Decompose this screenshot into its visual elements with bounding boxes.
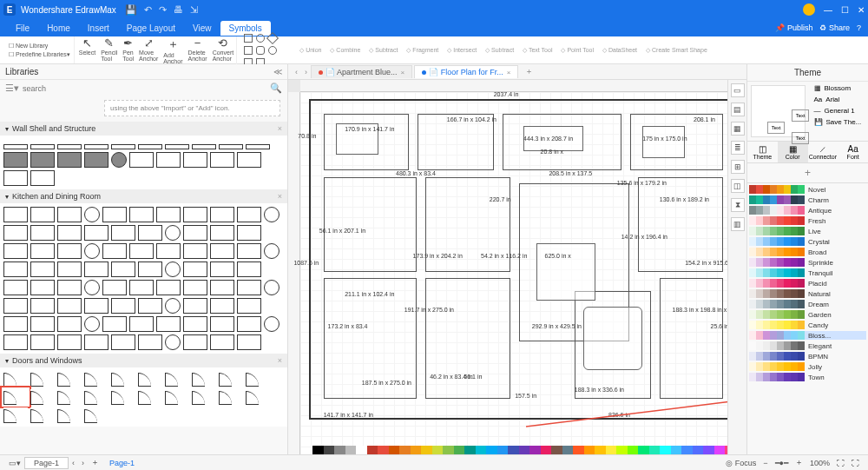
palette-row[interactable]: Bloss... — [749, 331, 866, 340]
shape-item[interactable] — [183, 298, 207, 314]
predefine-libraries-button[interactable]: ☐ Predefine Libraries▾ — [9, 51, 70, 58]
rt-pageset-icon[interactable]: ▤ — [731, 103, 745, 116]
shape-item[interactable] — [183, 316, 207, 332]
shape-item[interactable] — [219, 371, 243, 387]
close-icon[interactable]: ✕ — [858, 5, 865, 15]
page-tab[interactable]: Page-1 — [24, 457, 69, 469]
search-input[interactable] — [23, 84, 266, 93]
shape-item[interactable] — [30, 207, 55, 222]
color-swatch[interactable] — [432, 446, 444, 454]
color-swatch[interactable] — [606, 446, 617, 454]
color-swatch[interactable] — [519, 446, 530, 454]
rt-more-icon[interactable]: ▥ — [731, 217, 745, 231]
color-swatch[interactable] — [703, 446, 714, 454]
shape-item[interactable] — [156, 280, 181, 295]
rt-graph-icon[interactable]: ◫ — [731, 179, 745, 193]
shape-item[interactable] — [84, 261, 108, 277]
section-wall-structure[interactable]: Wall Shell and Structure× — [0, 122, 287, 136]
shape-item[interactable] — [3, 389, 28, 405]
section-kitchen[interactable]: Kitchen and Dining Room× — [0, 189, 287, 203]
focus-button[interactable]: ◎ Focus — [722, 459, 760, 467]
color-swatch[interactable] — [693, 446, 704, 454]
shape-item[interactable] — [165, 371, 189, 387]
shape-item[interactable] — [138, 298, 162, 314]
minimize-icon[interactable]: — — [824, 5, 832, 15]
color-swatch[interactable] — [378, 446, 389, 454]
rt-timeline-icon[interactable]: ⧗ — [731, 198, 745, 212]
shape-item[interactable] — [111, 144, 135, 149]
shape-item[interactable] — [84, 298, 108, 314]
shape-item[interactable] — [3, 261, 28, 277]
palette-row[interactable]: Sprinkle — [749, 258, 866, 267]
shape-item[interactable] — [84, 144, 108, 149]
floorplan[interactable]: 2037.4 in170.9 in x 141.7 in166.7 in x 1… — [309, 99, 738, 420]
shape-item[interactable] — [138, 389, 162, 405]
shape-item[interactable] — [183, 334, 207, 350]
color-swatch[interactable] — [367, 446, 378, 454]
pencil-tool[interactable]: ✎PencilTool — [98, 36, 120, 64]
theme-option-arial[interactable]: AaArial — [812, 95, 865, 104]
palette-row[interactable]: BPMN — [749, 352, 866, 361]
shape-item[interactable] — [192, 389, 216, 405]
fit-page-icon[interactable]: ⛶ — [833, 459, 848, 467]
shape-item[interactable] — [3, 144, 28, 149]
shape-item[interactable] — [210, 225, 234, 241]
menu-page-layout[interactable]: Page Layout — [118, 21, 184, 36]
shape-item[interactable] — [111, 225, 135, 241]
shape-item[interactable] — [237, 280, 261, 295]
shape-item[interactable] — [3, 298, 28, 314]
shape-item[interactable] — [30, 316, 55, 332]
shape-item[interactable] — [3, 207, 28, 222]
page-next-icon[interactable]: › — [78, 459, 88, 467]
shape-item[interactable] — [84, 371, 108, 387]
rt-layer-icon[interactable]: ≣ — [731, 141, 745, 155]
color-swatch[interactable] — [562, 446, 574, 454]
shape-item[interactable] — [210, 152, 234, 168]
shape-item[interactable] — [30, 298, 55, 314]
shape-item[interactable] — [237, 334, 261, 350]
shape-item[interactable] — [165, 298, 181, 314]
shape-item[interactable] — [138, 261, 162, 277]
shape-item[interactable] — [210, 298, 234, 314]
shape-item[interactable] — [111, 389, 135, 405]
new-library-button[interactable]: ☐ New Library — [9, 43, 48, 50]
rt-image-icon[interactable]: ▦ — [731, 122, 745, 136]
shape-item[interactable] — [57, 261, 82, 277]
shape-item[interactable] — [165, 389, 189, 405]
select[interactable]: ↖Select — [76, 36, 98, 64]
color-swatch[interactable] — [628, 446, 639, 454]
shape-item[interactable] — [129, 152, 154, 168]
color-swatch[interactable] — [389, 446, 400, 454]
shape-item[interactable] — [237, 207, 261, 222]
shape-item[interactable] — [237, 225, 261, 241]
shape-item[interactable] — [102, 316, 127, 332]
color-swatch[interactable] — [529, 446, 541, 454]
shape-item[interactable] — [156, 152, 181, 168]
publish-button[interactable]: 📌 Publish — [775, 23, 812, 32]
tab-add-button[interactable]: ＋ — [520, 66, 538, 77]
color-swatch[interactable] — [476, 446, 487, 454]
page-prev-icon[interactable]: ‹ — [69, 459, 78, 467]
menu-insert[interactable]: Insert — [79, 21, 118, 36]
shape-item[interactable] — [57, 389, 82, 405]
shape-item[interactable] — [111, 371, 135, 387]
shape-item[interactable] — [156, 243, 181, 259]
shape-item[interactable] — [30, 371, 55, 387]
zoom-value[interactable]: 100% — [806, 459, 833, 467]
color-swatch[interactable] — [312, 446, 324, 454]
shape-item[interactable] — [210, 280, 234, 295]
convert-anchor[interactable]: ⟲ConvertAnchor — [210, 36, 237, 64]
shape-item[interactable] — [84, 152, 108, 168]
shape-item[interactable] — [111, 298, 135, 314]
tab-close-icon[interactable]: × — [507, 69, 511, 76]
shape-item[interactable] — [165, 334, 181, 350]
shape-item[interactable] — [57, 152, 82, 168]
palette-row[interactable]: Natural — [749, 289, 866, 298]
doc-tab[interactable]: 📄 Apartment Blue...× — [311, 65, 412, 78]
shape-item[interactable] — [57, 207, 82, 222]
color-swatch[interactable] — [595, 446, 606, 454]
shape-item[interactable] — [57, 371, 82, 387]
color-swatch[interactable] — [334, 446, 345, 454]
theme-option-blossom[interactable]: ▦Blossom — [812, 83, 865, 93]
shape-item[interactable] — [219, 389, 243, 405]
